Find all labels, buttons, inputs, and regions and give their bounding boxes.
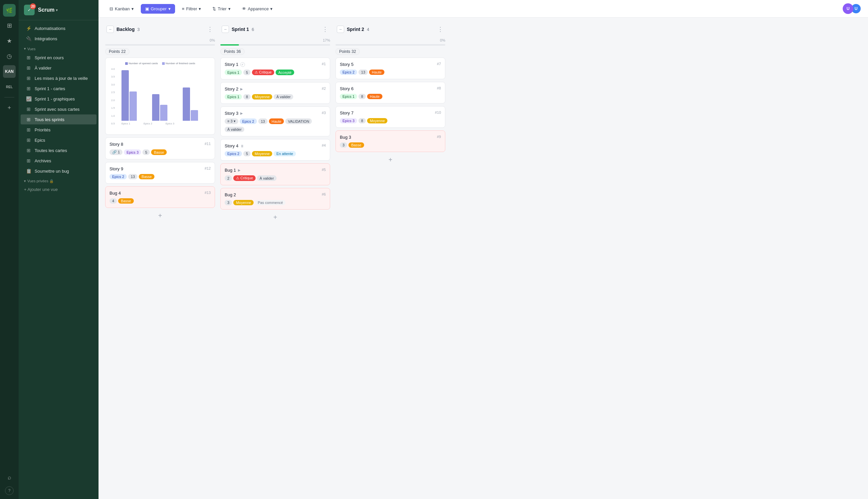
sidebar-item-automatisations[interactable]: ⚡ Automatisations bbox=[21, 23, 97, 33]
priorites-label: Priorités bbox=[35, 127, 51, 132]
sprint1-title: Sprint 1 bbox=[232, 27, 249, 32]
sprint1-progress bbox=[220, 44, 330, 46]
legend-opened-dot bbox=[125, 62, 128, 65]
story3-tag-haute: Haute bbox=[269, 119, 284, 124]
bug1-tag-a-valider: À valider bbox=[257, 175, 277, 181]
sprint1-progress-label: 17% bbox=[220, 38, 330, 42]
kanban-btn[interactable]: ⊟ Kanban ▾ bbox=[105, 4, 138, 14]
trier-btn[interactable]: ⇅ Trier ▾ bbox=[208, 4, 234, 14]
backlog-more[interactable]: ⋮ bbox=[206, 26, 214, 33]
story5-tag-count: 13 bbox=[359, 70, 368, 75]
icon-bar-clock[interactable]: ◷ bbox=[3, 50, 16, 62]
chart-card[interactable]: Number of opened cards Number of finishe… bbox=[105, 58, 215, 135]
sidebar-item-tous-les-sprints[interactable]: ⊞ Tous les sprints bbox=[21, 114, 97, 124]
sidebar-item-mises-a-jour[interactable]: ⊞ Les mises à jour de la veille bbox=[21, 73, 97, 83]
sidebar-item-a-valider[interactable]: ⊞ À valider bbox=[21, 63, 97, 73]
story3-title: Story 3 ▶ bbox=[225, 111, 243, 116]
x-label-epics1: Epics 1 bbox=[121, 122, 130, 125]
icon-bar-grid[interactable]: ⊞ bbox=[3, 19, 16, 32]
sprint-en-cours-label: Sprint en cours bbox=[35, 55, 63, 60]
icon-bar-search[interactable]: ⌕ bbox=[3, 471, 16, 484]
sprint1-cartes-label: Sprint 1 - cartes bbox=[35, 86, 65, 91]
bug4-number: #13 bbox=[205, 191, 211, 195]
sprint2-add[interactable]: + bbox=[336, 153, 445, 166]
bug1-tags: 2 ⚠ Critique À valider bbox=[225, 175, 326, 181]
card-bug2[interactable]: Bug 2 #6 3 Moyenne Pas commencé bbox=[220, 188, 330, 210]
card-story2[interactable]: Story 2 ▶ #2 Epics 1 8 Moyenne À valider bbox=[220, 82, 330, 104]
apparence-btn[interactable]: 👁 Apparence ▾ bbox=[238, 4, 277, 14]
story2-header: Story 2 ▶ #2 bbox=[225, 86, 326, 92]
card-story3[interactable]: Story 3 ▶ #3 ≡ 3 ▾ Epics 2 13 Haute VALI… bbox=[220, 107, 330, 136]
backlog-points-label: Points bbox=[109, 49, 120, 54]
backlog-points: Points 22 bbox=[105, 48, 215, 55]
backlog-points-badge: Points 22 bbox=[105, 48, 130, 55]
priorites-icon: ⊞ bbox=[26, 127, 31, 132]
card-story4[interactable]: Story 4 ⏸ #4 Epics 2 5 Moyenne En attent… bbox=[220, 139, 330, 161]
card-story6[interactable]: Story 6 #8 Epics 1 8 Haute bbox=[336, 82, 445, 104]
trier-label: Trier bbox=[218, 6, 226, 11]
card-bug4[interactable]: Bug 4 #13 4 Basse bbox=[105, 186, 215, 208]
card-story7[interactable]: Story 7 #10 Epics 3 8 Moyenne bbox=[336, 106, 445, 128]
apparence-chevron: ▾ bbox=[270, 6, 273, 11]
sidebar-item-soumettre-bug[interactable]: 📋 Soumettre un bug bbox=[21, 166, 97, 176]
bug1-title: Bug 1 ▶ bbox=[225, 168, 241, 173]
sidebar-item-archives[interactable]: ⊞ Archives bbox=[21, 156, 97, 166]
sidebar-item-sprint-sous-cartes[interactable]: ⊞ Sprint avec sous cartes bbox=[21, 104, 97, 114]
sidebar-item-sprint1-cartes[interactable]: ⊞ Sprint 1 - cartes bbox=[21, 84, 97, 94]
story6-header: Story 6 #8 bbox=[340, 86, 441, 91]
sprint2-points-value: 32 bbox=[351, 49, 356, 54]
sprint2-more[interactable]: ⋮ bbox=[437, 26, 444, 33]
sidebar-item-sprint1-graphiques[interactable]: 📈 Sprint 1 - graphiques bbox=[21, 94, 97, 104]
card-story9[interactable]: Story 9 #12 Epics 2 13 Basse bbox=[105, 162, 215, 184]
card-bug3[interactable]: Bug 3 #9 3 Basse bbox=[336, 131, 445, 152]
grouper-btn[interactable]: ▣ Grouper ▾ bbox=[141, 4, 175, 14]
collapse-sprint2[interactable]: − bbox=[337, 26, 344, 33]
sidebar-title[interactable]: Scrum ▾ bbox=[38, 7, 58, 13]
sidebar-item-sprint-en-cours[interactable]: ⊞ Sprint en cours bbox=[21, 52, 97, 62]
sprint1-more[interactable]: ⋮ bbox=[322, 26, 329, 33]
sidebar-item-priorites[interactable]: ⊞ Priorités bbox=[21, 125, 97, 135]
icon-bar-rel[interactable]: REL bbox=[3, 81, 16, 93]
story5-tag-haute: Haute bbox=[369, 70, 384, 75]
sidebar-section-vues[interactable]: ▾ Vues bbox=[19, 44, 98, 52]
card-story1[interactable]: Story 1 ✓ #1 Epics 1 5 ⚠ Critique Accept… bbox=[220, 58, 330, 80]
card-story8[interactable]: Story 8 #11 🔗 1 Epics 3 5 Basse bbox=[105, 137, 215, 159]
section-arrow: ▾ bbox=[24, 47, 26, 51]
icon-bar-star[interactable]: ★ bbox=[3, 35, 16, 47]
filtrer-chevron: ▾ bbox=[199, 6, 201, 11]
sidebar-item-integrations[interactable]: 🔌 Intégrations bbox=[21, 34, 97, 44]
sidebar-section-vues-privees[interactable]: ▾ Vues privées 🔒 bbox=[19, 176, 98, 185]
story1-number: #1 bbox=[322, 62, 326, 66]
column-backlog: − Backlog 3 ⋮ 0% Points 22 bbox=[105, 23, 215, 222]
legend-opened: Number of opened cards bbox=[125, 62, 158, 65]
sidebar-item-epics[interactable]: ⊞ Epics bbox=[21, 135, 97, 145]
icon-bar-kanban[interactable]: KAN bbox=[3, 65, 16, 78]
icon-bar-help[interactable]: ? bbox=[5, 486, 14, 495]
icon-bar-plus[interactable]: + bbox=[3, 101, 16, 114]
story3-tag-lines[interactable]: ≡ 3 ▾ bbox=[225, 119, 238, 124]
collapse-sprint1[interactable]: − bbox=[222, 26, 229, 33]
story8-header: Story 8 #11 bbox=[109, 142, 211, 147]
bug3-header: Bug 3 #9 bbox=[340, 135, 441, 140]
sidebar-add-view[interactable]: + Ajouter une vue bbox=[19, 185, 98, 194]
icon-bar-logo[interactable]: 🌿 bbox=[3, 4, 16, 17]
tous-les-sprints-label: Tous les sprints bbox=[35, 117, 64, 122]
bug4-tag-count: 4 bbox=[109, 198, 117, 204]
sprint1-graphiques-label: Sprint 1 - graphiques bbox=[35, 96, 75, 101]
sprint1-points: Points 36 bbox=[220, 48, 330, 55]
story3-sub-tags: À valider bbox=[225, 126, 326, 132]
trier-chevron: ▾ bbox=[228, 6, 231, 11]
bar-epics3 bbox=[183, 87, 205, 121]
board: − Backlog 3 ⋮ 0% Points 22 bbox=[98, 17, 868, 499]
sprint1-add[interactable]: + bbox=[220, 211, 330, 224]
backlog-add[interactable]: + bbox=[105, 209, 215, 222]
card-bug1[interactable]: Bug 1 ▶ #5 2 ⚠ Critique À valider bbox=[220, 163, 330, 185]
sidebar-item-toutes-les-cartes[interactable]: ⊞ Toutes les cartes bbox=[21, 145, 97, 155]
user-avatar-1[interactable]: U bbox=[843, 3, 853, 14]
card-story5[interactable]: Story 5 #7 Epics 2 13 Haute bbox=[336, 58, 445, 79]
x-label-epics2: Epics 2 bbox=[143, 122, 152, 125]
bug3-title: Bug 3 bbox=[340, 135, 351, 140]
collapse-backlog[interactable]: − bbox=[107, 26, 114, 33]
filtrer-btn[interactable]: ≡ Filtrer ▾ bbox=[178, 4, 206, 14]
story2-tag-a-valider: À valider bbox=[274, 94, 293, 99]
